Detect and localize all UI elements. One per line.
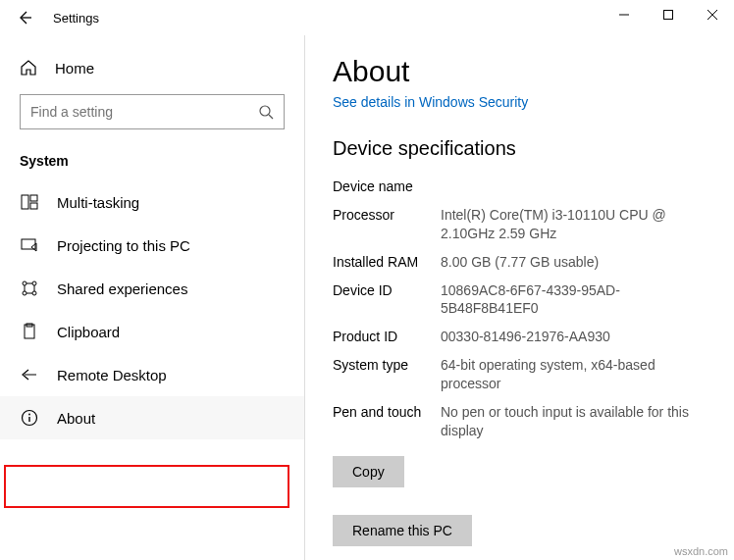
spec-label: Pen and touch [333,403,441,440]
spec-system-type: System type 64-bit operating system, x64… [333,356,710,393]
sidebar-item-remote-desktop[interactable]: Remote Desktop [0,353,304,396]
svg-point-8 [23,281,26,285]
spec-device-name: Device name [333,178,710,196]
search-input[interactable] [30,104,258,120]
sidebar-item-label: About [57,410,95,427]
window-controls [602,0,734,29]
svg-rect-1 [663,11,672,20]
home-icon [20,59,37,76]
copy-button[interactable]: Copy [333,456,404,487]
content-pane: About See details in Windows Security De… [304,35,734,560]
spec-value: No pen or touch input is available for t… [441,403,710,440]
sidebar-item-multitasking[interactable]: Multi-tasking [0,180,304,224]
main-area: Home System Multi-tasking Projecting to … [0,35,734,560]
page-title: About [333,55,710,88]
spec-value: Intel(R) Core(TM) i3-10110U CPU @ 2.10GH… [441,206,710,243]
home-nav[interactable]: Home [0,51,304,94]
sidebar: Home System Multi-tasking Projecting to … [0,35,304,560]
minimize-button[interactable] [602,0,646,29]
search-box[interactable] [20,94,285,129]
security-link[interactable]: See details in Windows Security [333,94,528,110]
sidebar-item-label: Projecting to this PC [57,237,190,254]
maximize-button[interactable] [646,0,690,29]
spec-label: Product ID [333,328,441,346]
svg-rect-6 [30,203,37,209]
sidebar-item-projecting[interactable]: Projecting to this PC [0,224,304,267]
watermark: wsxdn.com [674,545,728,557]
spec-label: Installed RAM [333,253,441,272]
svg-point-11 [32,291,36,295]
spec-device-id: Device ID 10869AC8-6F67-4339-95AD-5B48F8… [333,281,710,319]
spec-label: Device name [333,178,441,196]
close-button[interactable] [690,0,734,29]
spec-ram: Installed RAM 8.00 GB (7.77 GB usable) [333,253,710,272]
svg-rect-7 [22,239,35,249]
device-spec-heading: Device specifications [333,137,710,160]
window-title: Settings [53,11,99,25]
spec-value: 64-bit operating system, x64-based proce… [441,356,710,393]
spec-processor: Processor Intel(R) Core(TM) i3-10110U CP… [333,206,710,243]
spec-value: 00330-81496-21976-AA930 [441,328,610,346]
home-label: Home [55,60,94,76]
sidebar-item-label: Shared experiences [57,280,187,297]
multitasking-icon [20,192,39,212]
sidebar-item-about[interactable]: About [0,396,304,439]
spec-value: 10869AC8-6F67-4339-95AD-5B48F8B41EF0 [441,281,710,319]
clipboard-icon [20,322,39,341]
svg-point-15 [28,414,30,416]
spec-label: Processor [333,206,441,243]
spec-label: System type [333,356,441,393]
sidebar-item-shared-experiences[interactable]: Shared experiences [0,267,304,310]
section-label: System [0,153,304,180]
svg-point-2 [260,106,270,116]
sidebar-item-clipboard[interactable]: Clipboard [0,310,304,353]
svg-rect-4 [22,195,28,209]
info-icon [20,408,39,428]
spec-value: 8.00 GB (7.77 GB usable) [441,253,599,272]
sidebar-item-label: Multi-tasking [57,194,139,211]
projecting-icon [20,235,39,255]
svg-point-9 [32,281,36,285]
sidebar-item-label: Remote Desktop [57,367,167,383]
back-button[interactable] [14,7,35,28]
svg-point-10 [23,291,26,295]
svg-rect-5 [30,195,37,201]
shared-experiences-icon [20,279,39,298]
selection-highlight [4,465,289,508]
spec-product-id: Product ID 00330-81496-21976-AA930 [333,328,710,346]
svg-line-3 [269,115,273,119]
remote-desktop-icon [20,365,39,384]
spec-pen-touch: Pen and touch No pen or touch input is a… [333,403,710,440]
spec-label: Device ID [333,281,441,319]
rename-pc-button[interactable]: Rename this PC [333,515,472,546]
search-icon [258,104,274,120]
sidebar-item-label: Clipboard [57,324,120,340]
